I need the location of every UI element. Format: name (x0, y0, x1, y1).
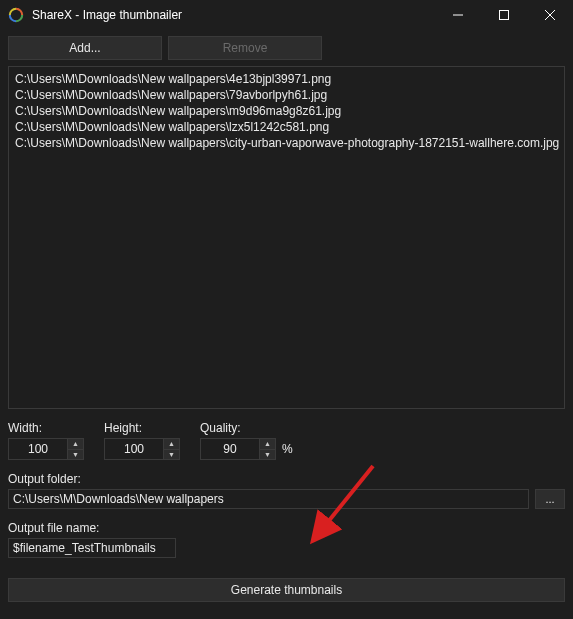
list-item[interactable]: C:\Users\M\Downloads\New wallpapers\lzx5… (15, 119, 558, 135)
width-input[interactable] (8, 438, 68, 460)
list-item[interactable]: C:\Users\M\Downloads\New wallpapers\city… (15, 135, 558, 151)
minimize-button[interactable] (435, 0, 481, 30)
output-filename-input[interactable] (8, 538, 176, 558)
list-item[interactable]: C:\Users\M\Downloads\New wallpapers\4e13… (15, 71, 558, 87)
quality-up[interactable]: ▲ (260, 439, 275, 450)
percent-label: % (282, 442, 293, 456)
output-filename-label: Output file name: (8, 521, 565, 535)
width-up[interactable]: ▲ (68, 439, 83, 450)
output-folder-input[interactable] (8, 489, 529, 509)
generate-button[interactable]: Generate thumbnails (8, 578, 565, 602)
browse-button[interactable]: ... (535, 489, 565, 509)
maximize-button[interactable] (481, 0, 527, 30)
remove-button[interactable]: Remove (168, 36, 322, 60)
quality-stepper[interactable]: ▲ ▼ (200, 438, 276, 460)
file-list[interactable]: C:\Users\M\Downloads\New wallpapers\4e13… (8, 66, 565, 409)
list-item[interactable]: C:\Users\M\Downloads\New wallpapers\79av… (15, 87, 558, 103)
height-stepper[interactable]: ▲ ▼ (104, 438, 180, 460)
height-up[interactable]: ▲ (164, 439, 179, 450)
width-label: Width: (8, 421, 84, 435)
window-controls (435, 0, 573, 30)
quality-input[interactable] (200, 438, 260, 460)
width-down[interactable]: ▼ (68, 450, 83, 460)
svg-rect-2 (500, 11, 509, 20)
height-input[interactable] (104, 438, 164, 460)
output-folder-label: Output folder: (8, 472, 565, 486)
close-button[interactable] (527, 0, 573, 30)
height-label: Height: (104, 421, 180, 435)
sharex-icon (8, 7, 24, 23)
quality-label: Quality: (200, 421, 293, 435)
quality-down[interactable]: ▼ (260, 450, 275, 460)
width-stepper[interactable]: ▲ ▼ (8, 438, 84, 460)
titlebar: ShareX - Image thumbnailer (0, 0, 573, 30)
add-button[interactable]: Add... (8, 36, 162, 60)
list-item[interactable]: C:\Users\M\Downloads\New wallpapers\m9d9… (15, 103, 558, 119)
height-down[interactable]: ▼ (164, 450, 179, 460)
window-title: ShareX - Image thumbnailer (32, 8, 435, 22)
